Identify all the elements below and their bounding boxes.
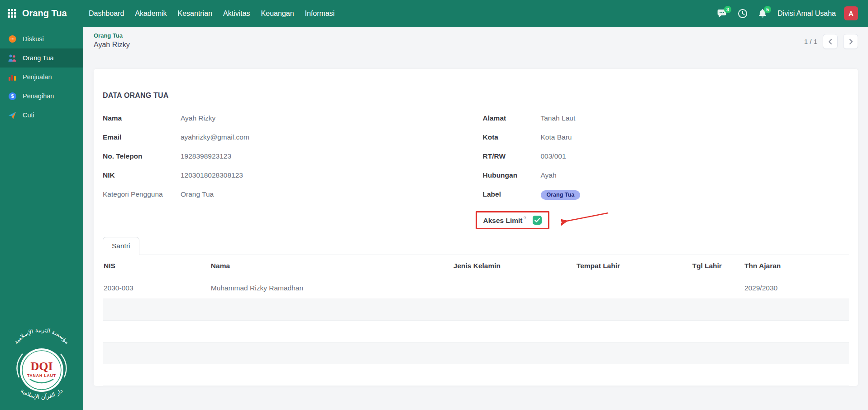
table-row-empty xyxy=(103,321,849,342)
sidebar: Diskusi Orang Tua xyxy=(0,27,83,410)
main-nav: Dashboard Akademik Kesantrian Aktivitas … xyxy=(83,0,340,27)
chat-bubble-icon xyxy=(8,34,17,43)
annotation-arrow xyxy=(561,210,612,227)
bar-chart-icon xyxy=(8,72,17,82)
sidebar-item-cuti[interactable]: Cuti xyxy=(0,106,83,125)
brand: Orang Tua xyxy=(0,8,83,19)
logo-subtitle: TANAH LAUT xyxy=(27,373,56,378)
messages-count-badge: 3 xyxy=(724,6,731,13)
table-header-row: NIS Nama Jenis Kelamin Tempat Lahir Tgl … xyxy=(103,255,849,277)
field-value: ayahrizky@gmail.com xyxy=(181,133,249,141)
field-kota: Kota Kota Baru xyxy=(483,133,849,152)
field-email: Email ayahrizky@gmail.com xyxy=(103,133,469,152)
fields-right-column: Alamat Tanah Laut Kota Kota Baru RT/RW 0… xyxy=(483,114,849,229)
field-label: Label xyxy=(483,190,541,198)
field-label: Alamat xyxy=(483,114,541,122)
card-title: DATA ORANG TUA xyxy=(103,92,849,100)
col-header-tempat-lahir: Tempat Lahir xyxy=(573,255,689,277)
field-value: Ayah Rizky xyxy=(181,114,215,122)
cell-nis: 2030-003 xyxy=(103,277,207,299)
org-logo: مؤسسة التربية الإسلامية DQI TANAH LAUT د… xyxy=(0,322,83,410)
akses-limit-checkbox[interactable] xyxy=(533,216,542,225)
field-value: Tanah Laut xyxy=(541,114,576,122)
chevron-left-icon xyxy=(827,39,834,45)
tab-bar: Santri xyxy=(103,236,849,255)
breadcrumb-section-link[interactable]: Orang Tua xyxy=(94,32,130,39)
col-header-nama: Nama xyxy=(207,255,450,277)
sidebar-item-diskusi[interactable]: Diskusi xyxy=(0,29,83,48)
nav-item-keuangan[interactable]: Keuangan xyxy=(256,0,300,27)
app-window: Orang Tua Dashboard Akademik Kesantrian … xyxy=(0,0,868,410)
cell-tgl-lahir xyxy=(688,277,740,299)
nav-item-dashboard[interactable]: Dashboard xyxy=(83,0,129,27)
messages-button[interactable]: 3 xyxy=(715,6,730,21)
detail-card: DATA ORANG TUA Nama Ayah Rizky Email aya… xyxy=(94,69,858,386)
nav-item-akademik[interactable]: Akademik xyxy=(129,0,172,27)
field-label: Hubungan xyxy=(483,171,541,179)
table-row[interactable]: 2030-003 Muhammad Rizky Ramadhan 2029/20… xyxy=(103,277,849,299)
santri-table: NIS Nama Jenis Kelamin Tempat Lahir Tgl … xyxy=(103,255,849,386)
avatar[interactable]: A xyxy=(844,6,858,20)
cell-jenis-kelamin xyxy=(450,277,573,299)
svg-text:$: $ xyxy=(11,93,14,99)
table-row-empty xyxy=(103,364,849,386)
col-header-tgl-lahir: Tgl Lahir xyxy=(688,255,740,277)
field-label: Kategori Pengguna xyxy=(103,190,181,198)
fields-left-column: Nama Ayah Rizky Email ayahrizky@gmail.co… xyxy=(103,114,469,229)
next-record-button[interactable] xyxy=(843,34,858,49)
field-label: Kota xyxy=(483,133,541,141)
history-button[interactable] xyxy=(735,6,750,21)
sidebar-item-label: Cuti xyxy=(23,111,34,119)
svg-text:مؤسسة التربية الإسلامية: مؤسسة التربية الإسلامية xyxy=(13,327,71,345)
help-hint: ? xyxy=(524,216,526,221)
field-rt-rw: RT/RW 003/001 xyxy=(483,152,849,171)
field-value: Kota Baru xyxy=(541,133,572,141)
navbar-right: 3 5 Divisi Amal Usaha A xyxy=(715,6,868,21)
page-title: Orang Tua xyxy=(22,8,67,19)
nav-item-informasi[interactable]: Informasi xyxy=(300,0,340,27)
field-value: 003/001 xyxy=(541,152,566,160)
label-badge: Orang Tua xyxy=(541,190,581,200)
field-label: No. Telepon xyxy=(103,152,181,160)
record-pager: 1 / 1 xyxy=(804,34,858,49)
field-label: Nama xyxy=(103,114,181,122)
table-row-empty xyxy=(103,299,849,321)
col-header-thn-ajaran: Thn Ajaran xyxy=(741,255,849,277)
field-kategori-pengguna: Kategori Pengguna Orang Tua xyxy=(103,190,469,209)
prev-record-button[interactable] xyxy=(823,34,838,49)
tab-santri[interactable]: Santri xyxy=(103,237,139,255)
field-alamat: Alamat Tanah Laut xyxy=(483,114,849,133)
notifications-button[interactable]: 5 xyxy=(755,6,770,21)
nav-item-kesantrian[interactable]: Kesantrian xyxy=(172,0,218,27)
field-value: 1928398923123 xyxy=(181,152,231,160)
people-icon xyxy=(8,53,17,63)
field-nama: Nama Ayah Rizky xyxy=(103,114,469,133)
notifications-count-badge: 5 xyxy=(764,6,771,13)
annotation-box: Akses Limit? xyxy=(476,211,549,229)
dollar-coin-icon: $ xyxy=(8,92,17,101)
chevron-right-icon xyxy=(848,39,854,45)
sidebar-item-orang-tua[interactable]: Orang Tua xyxy=(0,48,83,68)
field-hubungan: Hubungan Ayah xyxy=(483,171,849,190)
field-label: Email xyxy=(103,133,181,141)
sidebar-item-penjualan[interactable]: Penjualan xyxy=(0,68,83,87)
field-nik: NIK 1203018028308123 xyxy=(103,171,469,190)
field-value: Orang Tua xyxy=(181,190,214,198)
top-navbar: Orang Tua Dashboard Akademik Kesantrian … xyxy=(0,0,868,27)
cell-nama: Muhammad Rizky Ramadhan xyxy=(207,277,450,299)
cell-tempat-lahir xyxy=(573,277,689,299)
field-value: Ayah xyxy=(541,171,557,179)
field-value: 1203018028308123 xyxy=(181,171,243,179)
sidebar-item-label: Penjualan xyxy=(23,73,52,81)
field-akses-limit: Akses Limit? xyxy=(483,211,849,229)
sidebar-item-penagihan[interactable]: $ Penagihan xyxy=(0,87,83,106)
apps-grid-icon[interactable] xyxy=(8,9,16,18)
field-label: NIK xyxy=(103,171,181,179)
user-division[interactable]: Divisi Amal Usaha xyxy=(777,10,836,18)
field-label: Label Orang Tua xyxy=(483,190,849,209)
col-header-nis: NIS xyxy=(103,255,207,277)
logo-abbr: DQI xyxy=(30,360,52,373)
sidebar-item-label: Diskusi xyxy=(23,35,44,43)
sidebar-item-label: Penagihan xyxy=(23,92,54,100)
nav-item-aktivitas[interactable]: Aktivitas xyxy=(218,0,256,27)
